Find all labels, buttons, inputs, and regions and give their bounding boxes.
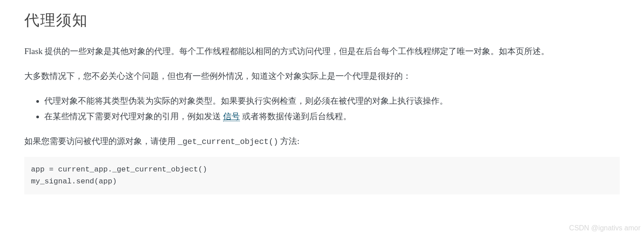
signal-link[interactable]: 信号: [223, 112, 240, 121]
paragraph-method: 如果您需要访问被代理的源对象，请使用 _get_current_object()…: [24, 134, 620, 149]
method-text-suffix: 方法:: [278, 136, 300, 146]
list-item: 代理对象不能将其类型伪装为实际的对象类型。如果要执行实例检查，则必须在被代理的对…: [44, 93, 620, 109]
cases-list: 代理对象不能将其类型伪装为实际的对象类型。如果要执行实例检查，则必须在被代理的对…: [44, 93, 620, 124]
method-code: _get_current_object(): [178, 137, 278, 146]
section-heading: 代理须知: [24, 9, 620, 31]
paragraph-cases: 大多数情况下，您不必关心这个问题，但也有一些例外情况，知道这个对象实际上是一个代…: [24, 69, 620, 84]
code-block: app = current_app._get_current_object() …: [24, 157, 620, 194]
list-item-text-suffix: 或者将数据传递到后台线程。: [240, 112, 351, 121]
list-item-text-prefix: 在某些情况下需要对代理对象的引用，例如发送: [44, 112, 223, 121]
method-text-prefix: 如果您需要访问被代理的源对象，请使用: [24, 136, 178, 146]
paragraph-intro: Flask 提供的一些对象是其他对象的代理。每个工作线程都能以相同的方式访问代理…: [24, 44, 620, 59]
list-item: 在某些情况下需要对代理对象的引用，例如发送 信号 或者将数据传递到后台线程。: [44, 109, 620, 124]
